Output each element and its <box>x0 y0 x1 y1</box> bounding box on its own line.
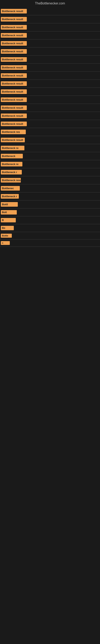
bottleneck-label: Bottleneck result <box>1 9 27 14</box>
list-item[interactable]: n <box>0 240 100 246</box>
list-item[interactable]: Bottl <box>0 201 100 208</box>
list-item[interactable]: Bottleneck result <box>0 120 100 128</box>
bottleneck-label: Bottleneck result <box>1 65 27 70</box>
bottleneck-label: Bottleneck res <box>1 130 26 134</box>
separator <box>0 31 100 32</box>
separator <box>0 200 100 200</box>
list-item[interactable]: Bottleneck <box>0 152 100 160</box>
separator <box>0 176 100 176</box>
separator <box>0 128 100 128</box>
empty-space <box>0 416 100 428</box>
separator <box>0 120 100 120</box>
empty-space <box>0 368 100 380</box>
separator <box>0 80 100 80</box>
list-item[interactable]: Bo <box>0 224 100 232</box>
list-item[interactable]: Bottleneck resu <box>0 177 100 184</box>
empty-space <box>0 380 100 392</box>
bottleneck-label: B <box>1 218 16 222</box>
bottleneck-label: Bottleneck resu <box>1 178 21 182</box>
separator <box>0 239 100 240</box>
list-item[interactable]: Bottleneck result <box>0 96 100 103</box>
separator <box>0 160 100 160</box>
empty-space <box>0 428 100 440</box>
empty-space <box>0 308 100 320</box>
list-item[interactable]: Bottlenec <box>0 185 100 192</box>
separator <box>0 39 100 40</box>
bottleneck-label: Bottleneck result <box>1 25 27 30</box>
empty-space <box>0 259 100 271</box>
empty-space <box>0 392 100 404</box>
separator <box>0 224 100 224</box>
list-item[interactable]: Bottleneck r <box>0 169 100 176</box>
separator <box>0 208 100 208</box>
bottleneck-label: Bottleneck result <box>1 49 27 54</box>
list-item[interactable]: Bottle <box>0 232 100 239</box>
list-item[interactable]: B <box>0 217 100 224</box>
bottleneck-label: n <box>1 241 10 245</box>
list-item[interactable]: Bott <box>0 209 100 216</box>
list-item[interactable]: Bottleneck result <box>0 56 100 63</box>
bottleneck-label: Bottleneck result <box>1 73 27 78</box>
bottleneck-label: Bott <box>1 210 17 214</box>
bottleneck-label: Bottleneck result <box>1 114 27 118</box>
empty-space <box>0 356 100 368</box>
separator <box>0 72 100 72</box>
bottleneck-label: Bottleneck result <box>1 122 27 126</box>
separator <box>0 55 100 56</box>
list-item[interactable]: Bottleneck result <box>0 136 100 144</box>
bottleneck-label: Bottleneck result <box>1 41 27 46</box>
list-item[interactable]: Bottleneck result <box>0 16 100 23</box>
separator <box>0 192 100 192</box>
list-item[interactable]: Bottleneck result <box>0 48 100 55</box>
separator <box>0 15 100 15</box>
list-item[interactable]: Bottleneck r <box>0 193 100 200</box>
separator <box>0 246 100 247</box>
empty-space <box>0 247 100 259</box>
separator <box>0 168 100 168</box>
list-item[interactable]: Bottleneck result <box>0 112 100 119</box>
empty-space <box>0 440 100 452</box>
bottleneck-label: Bottleneck result <box>1 33 27 38</box>
bottleneck-label: Bottleneck re <box>1 162 22 166</box>
bottleneck-label: Bottl <box>1 202 18 207</box>
bottleneck-label: Bottleneck result <box>1 17 27 22</box>
empty-space <box>0 320 100 332</box>
empty-space <box>0 271 100 283</box>
separator <box>0 232 100 232</box>
empty-space <box>0 332 100 344</box>
empty-space <box>0 296 100 308</box>
bottleneck-label: Bottleneck r <box>1 194 19 199</box>
separator <box>0 136 100 136</box>
list-item[interactable]: Bottleneck result <box>0 24 100 31</box>
separator <box>0 88 100 88</box>
list-item[interactable]: Bottleneck result <box>0 64 100 71</box>
bottleneck-label: Bo <box>1 226 14 230</box>
separator <box>0 152 100 152</box>
bottleneck-label: Bottleneck re <box>1 146 24 150</box>
bottleneck-label: Bottleneck result <box>1 89 27 94</box>
list-item[interactable]: Bottleneck result <box>0 72 100 79</box>
list-item[interactable]: Bottleneck result <box>0 80 100 87</box>
empty-space <box>0 344 100 356</box>
bottleneck-label: Bottlenec <box>1 186 20 190</box>
separator <box>0 47 100 48</box>
empty-space <box>0 283 100 296</box>
list-item[interactable]: Bottleneck result <box>0 88 100 95</box>
separator <box>0 96 100 96</box>
separator <box>0 112 100 112</box>
site-title: TheBottlenecker.com <box>0 0 100 7</box>
list-item[interactable]: Bottleneck re <box>0 160 100 168</box>
bottleneck-label: Bottle <box>1 234 12 238</box>
bottleneck-label: Bottleneck result <box>1 81 27 86</box>
list-item[interactable]: Bottleneck result <box>0 104 100 111</box>
bottleneck-label: Bottleneck result <box>1 57 27 62</box>
bottleneck-label: Bottleneck result <box>1 138 25 142</box>
list-item[interactable]: Bottleneck re <box>0 144 100 152</box>
list-item[interactable]: Bottleneck result <box>0 8 100 15</box>
bottleneck-label: Bottleneck <box>1 154 23 158</box>
list-item[interactable]: Bottleneck result <box>0 40 100 47</box>
bottleneck-label: Bottleneck result <box>1 106 27 110</box>
list-item[interactable]: Bottleneck result <box>0 32 100 39</box>
empty-space <box>0 404 100 416</box>
list-item[interactable]: Bottleneck res <box>0 128 100 136</box>
